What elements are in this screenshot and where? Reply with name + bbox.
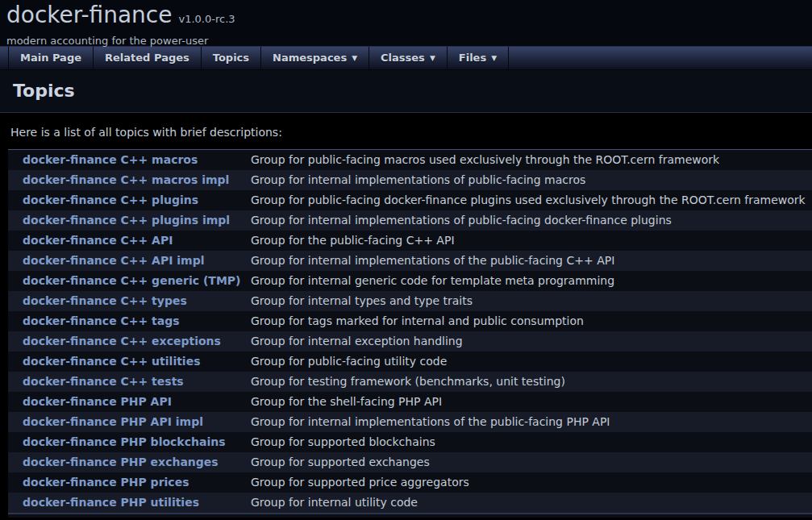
topic-link[interactable]: docker-finance C++ tags [23, 314, 180, 327]
topic-description: Group for internal types and type traits [251, 291, 812, 311]
topic-link[interactable]: docker-finance C++ API impl [23, 254, 205, 267]
intro-text: Here is a list of all topics with brief … [10, 126, 812, 139]
topic-description: Group for testing framework (benchmarks,… [251, 372, 812, 392]
table-row: docker-finance C++ macros impl Group for… [8, 170, 812, 190]
table-row: docker-finance PHP API Group for the she… [8, 392, 812, 412]
project-name: docker-finance [6, 2, 172, 28]
topic-description: Group for public-facing docker-finance p… [251, 190, 812, 210]
table-row: docker-finance C++ macros Group for publ… [8, 150, 812, 170]
tab-files[interactable]: Files▼ [448, 47, 509, 69]
topic-link[interactable]: docker-finance C++ macros [23, 153, 198, 166]
tab-topics-label: Topics [213, 52, 249, 64]
tab-related-pages[interactable]: Related Pages [94, 47, 202, 69]
tab-related-pages-label: Related Pages [105, 52, 189, 64]
topic-name-cell: docker-finance C++ API [8, 231, 251, 251]
topic-link[interactable]: docker-finance C++ exceptions [23, 335, 221, 347]
topic-description: Group for internal implementations of pu… [251, 210, 812, 231]
project-title: docker-financev1.0.0-rc.3 [6, 2, 812, 33]
topic-link[interactable]: docker-finance C++ types [23, 294, 187, 307]
page-header-band: Topics [0, 70, 812, 113]
topic-name-cell: docker-finance C++ tests [8, 372, 251, 392]
tab-main-page[interactable]: Main Page [9, 47, 94, 69]
topic-link[interactable]: docker-finance C++ tests [23, 375, 184, 388]
topic-description: Group for internal implementations of pu… [251, 170, 812, 190]
topic-description: Group for supported exchanges [251, 452, 812, 472]
topic-link[interactable]: docker-finance PHP exchanges [23, 456, 219, 468]
topic-name-cell: docker-finance C++ generic (TMP) [8, 271, 251, 291]
table-row: docker-finance PHP exchanges Group for s… [8, 452, 812, 472]
tab-classes[interactable]: Classes▼ [369, 47, 448, 69]
tab-namespaces-label: Namespaces [273, 52, 347, 64]
topic-link[interactable]: docker-finance C++ plugins impl [23, 214, 230, 227]
topic-name-cell: docker-finance C++ macros [8, 150, 251, 170]
table-row: docker-finance C++ plugins Group for pub… [8, 190, 812, 210]
topic-name-cell: docker-finance C++ macros impl [8, 170, 251, 190]
topic-description: Group for internal exception handling [251, 331, 812, 352]
table-row: docker-finance PHP utilities Group for i… [8, 493, 812, 513]
topic-description: Group for the shell-facing PHP API [251, 392, 812, 412]
table-row: docker-finance C++ utilities Group for p… [8, 352, 812, 372]
topic-description: Group for supported price aggregators [251, 472, 812, 493]
topic-description: Group for internal generic code for temp… [251, 271, 812, 291]
topic-name-cell: docker-finance C++ tags [8, 311, 251, 331]
table-row: docker-finance C++ API Group for the pub… [8, 231, 812, 251]
topic-name-cell: docker-finance PHP API [8, 392, 251, 412]
topic-name-cell: docker-finance C++ types [8, 291, 251, 311]
topic-name-cell: docker-finance C++ utilities [8, 352, 251, 372]
topic-name-cell: docker-finance PHP prices [8, 472, 251, 493]
topic-description: Group for the public-facing C++ API [251, 231, 812, 251]
tab-classes-label: Classes [381, 52, 425, 64]
topic-link[interactable]: docker-finance C++ plugins [23, 193, 198, 206]
topic-link[interactable]: docker-finance C++ utilities [23, 355, 201, 368]
topic-name-cell: docker-finance PHP API impl [8, 412, 251, 432]
table-row: docker-finance C++ generic (TMP) Group f… [8, 271, 812, 291]
topic-link[interactable]: docker-finance C++ generic (TMP) [23, 274, 241, 287]
topic-description: Group for internal implementations of th… [251, 412, 812, 432]
page-contents: Here is a list of all topics with brief … [0, 113, 812, 518]
topic-name-cell: docker-finance PHP utilities [8, 493, 251, 513]
table-row: docker-finance PHP blockchains Group for… [8, 432, 812, 452]
topic-description: Group for supported blockchains [251, 432, 812, 452]
topic-description: Group for public-facing utility code [251, 352, 812, 372]
topic-name-cell: docker-finance C++ exceptions [8, 331, 251, 352]
project-brief: modern accounting for the power-user [6, 35, 812, 47]
topic-description: Group for internal implementations of th… [251, 251, 812, 271]
main-nav-bar: Main Page Related Pages Topics Namespace… [0, 46, 812, 70]
topic-description: Group for internal utility code [251, 493, 812, 513]
title-area: docker-financev1.0.0-rc.3 modern account… [0, 0, 812, 46]
table-row: docker-finance C++ types Group for inter… [8, 291, 812, 311]
table-row: docker-finance PHP prices Group for supp… [8, 472, 812, 493]
topic-name-cell: docker-finance PHP exchanges [8, 452, 251, 472]
topics-table: docker-finance C++ macros Group for publ… [8, 149, 812, 518]
chevron-down-icon: ▼ [430, 54, 435, 62]
topic-description: Group for tags marked for internal and p… [251, 311, 812, 331]
tab-topics[interactable]: Topics [202, 47, 261, 69]
topic-link[interactable]: docker-finance PHP blockchains [23, 435, 225, 448]
chevron-down-icon: ▼ [491, 54, 497, 62]
topic-name-cell: docker-finance C++ API impl [8, 251, 251, 271]
page-title: Topics [13, 81, 799, 101]
topic-link[interactable]: docker-finance PHP API impl [23, 415, 203, 428]
project-version: v1.0.0-rc.3 [178, 13, 235, 25]
clipped-next-row [8, 513, 812, 518]
nav-lead-divider [0, 47, 9, 69]
chevron-down-icon: ▼ [352, 54, 357, 62]
table-row: docker-finance C++ API impl Group for in… [8, 251, 812, 271]
table-row: docker-finance C++ exceptions Group for … [8, 331, 812, 352]
tab-files-label: Files [459, 52, 486, 64]
topic-link[interactable]: docker-finance C++ API [23, 234, 173, 247]
topic-link[interactable]: docker-finance PHP API [23, 395, 172, 408]
table-row: docker-finance PHP API impl Group for in… [8, 412, 812, 432]
tab-namespaces[interactable]: Namespaces▼ [261, 47, 369, 69]
topic-link[interactable]: docker-finance PHP utilities [23, 496, 199, 509]
topic-link[interactable]: docker-finance C++ macros impl [23, 173, 229, 186]
topic-description: Group for public-facing macros used excl… [251, 150, 812, 170]
topic-name-cell: docker-finance PHP blockchains [8, 432, 251, 452]
topic-link[interactable]: docker-finance PHP prices [23, 476, 189, 489]
tab-main-page-label: Main Page [20, 52, 81, 64]
table-row: docker-finance C++ tests Group for testi… [8, 372, 812, 392]
table-row: docker-finance C++ tags Group for tags m… [8, 311, 812, 331]
table-row: docker-finance C++ plugins impl Group fo… [8, 210, 812, 231]
topic-name-cell: docker-finance C++ plugins [8, 190, 251, 210]
topic-name-cell: docker-finance C++ plugins impl [8, 210, 251, 231]
